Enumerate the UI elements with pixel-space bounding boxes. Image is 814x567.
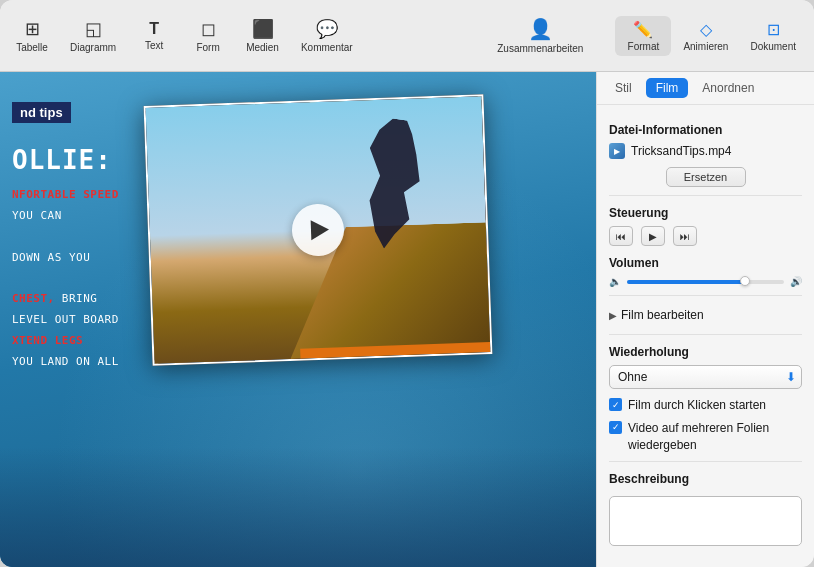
replace-button[interactable]: Ersetzen bbox=[666, 167, 746, 187]
tab-document-label: Dokument bbox=[750, 41, 796, 52]
video-inner bbox=[146, 96, 491, 364]
main-area: nd tips OLLIE: NFORTABLE SPEED YOU CAN D… bbox=[0, 72, 814, 567]
collaborate-label: Zusammenarbeiten bbox=[497, 43, 583, 54]
toolbar-label-table: Tabelle bbox=[16, 42, 48, 53]
checkbox-multi-slide-input[interactable]: ✓ bbox=[609, 421, 622, 434]
slide-text-area: nd tips OLLIE: NFORTABLE SPEED YOU CAN D… bbox=[0, 102, 119, 373]
format-icon: ✏️ bbox=[633, 20, 653, 39]
tab-animate[interactable]: ◇ Animieren bbox=[673, 16, 738, 56]
volumen-title: Volumen bbox=[609, 256, 802, 270]
volume-high-icon: 🔊 bbox=[790, 276, 802, 287]
checkbox-multi-slide: ✓ Video auf mehreren Folien wiedergeben bbox=[609, 420, 802, 454]
tab-format[interactable]: ✏️ Format bbox=[615, 16, 671, 56]
toolbar-item-text[interactable]: T Text bbox=[130, 16, 178, 55]
toolbar: ⊞ Tabelle ◱ Diagramm T Text ◻ Form ⬛ Med… bbox=[0, 0, 814, 72]
file-icon: ▶ bbox=[609, 143, 625, 159]
canvas-area: nd tips OLLIE: NFORTABLE SPEED YOU CAN D… bbox=[0, 72, 596, 567]
volume-thumb[interactable] bbox=[740, 276, 750, 286]
tab-film[interactable]: Film bbox=[646, 78, 689, 98]
divider-3 bbox=[609, 334, 802, 335]
comment-icon: 💬 bbox=[316, 18, 338, 40]
volume-row: 🔈 🔊 bbox=[609, 276, 802, 287]
video-frame[interactable] bbox=[144, 94, 493, 366]
slide-heading: OLLIE: bbox=[12, 145, 119, 175]
volume-low-icon: 🔈 bbox=[609, 276, 621, 287]
toolbar-left: ⊞ Tabelle ◱ Diagramm T Text ◻ Form ⬛ Med… bbox=[8, 14, 361, 57]
sidebar: Stil Film Anordnen Datei-Informationen ▶… bbox=[596, 72, 814, 567]
check-icon: ✓ bbox=[612, 400, 620, 410]
shape-icon: ◻ bbox=[201, 18, 216, 40]
media-icon: ⬛ bbox=[252, 18, 274, 40]
tab-format-label: Format bbox=[628, 41, 660, 52]
beschreibung-textarea[interactable] bbox=[609, 496, 802, 546]
datei-informationen-title: Datei-Informationen bbox=[609, 123, 802, 137]
control-row: ⏮ ▶ ⏭ bbox=[609, 226, 802, 246]
table-icon: ⊞ bbox=[25, 18, 40, 40]
file-info-row: ▶ TricksandTips.mp4 bbox=[609, 143, 802, 159]
sidebar-content: Datei-Informationen ▶ TricksandTips.mp4 … bbox=[597, 105, 814, 567]
beschreibung-title: Beschreibung bbox=[609, 472, 802, 486]
divider-1 bbox=[609, 195, 802, 196]
play-icon bbox=[311, 220, 330, 241]
tab-animate-label: Animieren bbox=[683, 41, 728, 52]
file-name: TricksandTips.mp4 bbox=[631, 144, 731, 158]
diagram-icon: ◱ bbox=[85, 18, 102, 40]
divider-2 bbox=[609, 295, 802, 296]
format-tabs: ✏️ Format ◇ Animieren ⊡ Dokument bbox=[615, 16, 806, 56]
chevron-right-icon: ▶ bbox=[609, 310, 617, 321]
wiederholung-title: Wiederholung bbox=[609, 345, 802, 359]
slide-tag: nd tips bbox=[12, 102, 71, 123]
toolbar-label-shape: Form bbox=[196, 42, 219, 53]
rewind-button[interactable]: ⏮ bbox=[609, 226, 633, 246]
toolbar-label-media: Medien bbox=[246, 42, 279, 53]
toolbar-item-comment[interactable]: 💬 Kommentar bbox=[293, 14, 361, 57]
steuerung-title: Steuerung bbox=[609, 206, 802, 220]
divider-4 bbox=[609, 461, 802, 462]
film-bearbeiten-accordion[interactable]: ▶ Film bearbeiten bbox=[609, 304, 802, 326]
text-icon: T bbox=[149, 20, 159, 38]
checkbox-multi-slide-label: Video auf mehreren Folien wiedergeben bbox=[628, 420, 802, 454]
play-control-button[interactable]: ▶ bbox=[641, 226, 665, 246]
toolbar-item-diagram[interactable]: ◱ Diagramm bbox=[62, 14, 124, 57]
document-icon: ⊡ bbox=[767, 20, 780, 39]
volume-slider[interactable] bbox=[627, 280, 784, 284]
toolbar-label-comment: Kommentar bbox=[301, 42, 353, 53]
toolbar-item-media[interactable]: ⬛ Medien bbox=[238, 14, 287, 57]
wiederholung-dropdown: Ohne Einmal Schleife ⬇ bbox=[609, 365, 802, 389]
toolbar-label-diagram: Diagramm bbox=[70, 42, 116, 53]
volume-fill bbox=[627, 280, 745, 284]
sidebar-tabs: Stil Film Anordnen bbox=[597, 72, 814, 105]
slide-body: NFORTABLE SPEED YOU CAN DOWN AS YOU CHES… bbox=[12, 185, 119, 373]
toolbar-item-shape[interactable]: ◻ Form bbox=[184, 14, 232, 57]
fast-forward-button[interactable]: ⏭ bbox=[673, 226, 697, 246]
tab-document[interactable]: ⊡ Dokument bbox=[740, 16, 806, 56]
tab-stil[interactable]: Stil bbox=[605, 78, 642, 98]
toolbar-label-text: Text bbox=[145, 40, 163, 51]
bottom-skater bbox=[0, 447, 596, 567]
animate-icon: ◇ bbox=[700, 20, 712, 39]
checkbox-start-on-click: ✓ Film durch Klicken starten bbox=[609, 397, 802, 414]
collaborate-button[interactable]: 👤 Zusammenarbeiten bbox=[485, 13, 595, 58]
checkbox-start-click-input[interactable]: ✓ bbox=[609, 398, 622, 411]
film-bearbeiten-label: Film bearbeiten bbox=[621, 308, 704, 322]
check-icon-2: ✓ bbox=[612, 422, 620, 432]
app-window: ⊞ Tabelle ◱ Diagramm T Text ◻ Form ⬛ Med… bbox=[0, 0, 814, 567]
collaborate-icon: 👤 bbox=[528, 17, 553, 41]
tab-anordnen[interactable]: Anordnen bbox=[692, 78, 764, 98]
wiederholung-select[interactable]: Ohne Einmal Schleife bbox=[609, 365, 802, 389]
toolbar-item-table[interactable]: ⊞ Tabelle bbox=[8, 14, 56, 57]
checkbox-start-click-label: Film durch Klicken starten bbox=[628, 397, 766, 414]
